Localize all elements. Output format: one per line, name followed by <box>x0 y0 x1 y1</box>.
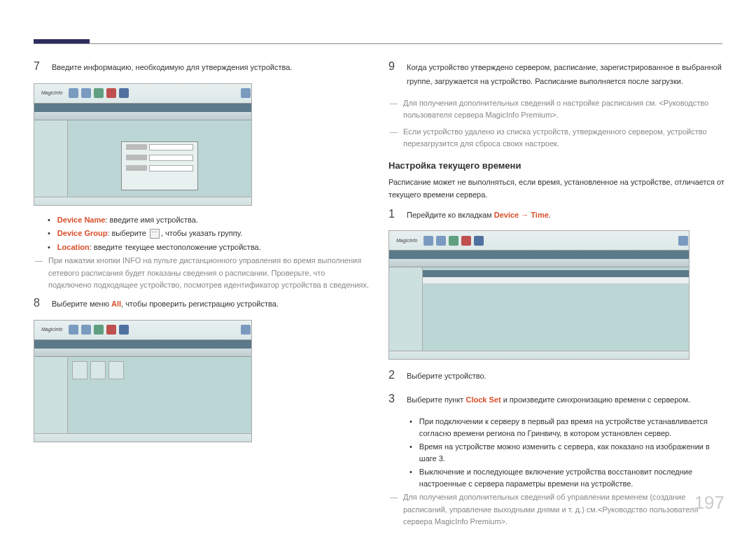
note-text: Для получения дополнительных сведений об… <box>403 491 728 528</box>
app-logo: MagicInfo <box>37 90 66 97</box>
app-tabs <box>34 104 251 112</box>
toolbar-icon <box>424 236 433 246</box>
device-item <box>90 361 106 379</box>
app-tabs <box>34 340 251 349</box>
toolbar-icon <box>241 325 251 335</box>
list-row <box>423 277 689 284</box>
toolbar-icon <box>81 325 91 335</box>
note-schedule-ref: Для получения дополнительных сведений о … <box>388 97 728 122</box>
step-text-post: . <box>549 211 551 219</box>
toolbar-icon <box>106 88 116 98</box>
bullet-text-pre: : выберите <box>107 229 148 237</box>
note-time-mgmt: Для получения дополнительных сведений об… <box>388 491 728 528</box>
step-number: 3 <box>388 392 398 407</box>
toolbar-icon <box>241 88 251 98</box>
toolbar-icon <box>81 88 91 98</box>
screenshot-approval: MagicInfo <box>34 83 252 206</box>
step-text-pre: Перейдите ко вкладкам <box>407 211 494 219</box>
time-list <box>423 267 689 284</box>
step-text: Когда устройство утверждено сервером, ра… <box>407 59 728 89</box>
step-text: Перейдите ко вкладкам Device → Time. <box>407 207 551 223</box>
note-text: При нажатии кнопки INFO на пульте дистан… <box>48 255 370 292</box>
step-number: 2 <box>388 368 398 384</box>
step-text: Выберите устройство. <box>407 368 486 384</box>
bullet-text: При подключении к серверу в первый раз в… <box>419 416 728 439</box>
step-number: 1 <box>388 207 398 223</box>
sub-bullet-1: При подключении к серверу в первый раз в… <box>388 416 728 439</box>
app-toolbar <box>389 259 689 267</box>
highlight-time: Time <box>531 211 548 219</box>
device-items <box>68 357 251 384</box>
section-title-time: Настройка текущего времени <box>388 159 728 173</box>
step-2: 2 Выберите устройство. <box>388 368 728 384</box>
step-7: 7 Введите информацию, необходимую для ут… <box>34 59 370 75</box>
app-logo: MagicInfo <box>392 237 421 245</box>
app-footer <box>34 197 251 205</box>
header-rule <box>34 43 722 44</box>
toolbar-icon <box>436 236 446 246</box>
step-text: Выберите пункт Clock Set и произведите с… <box>407 392 690 407</box>
app-footer <box>34 433 251 442</box>
toolbar-icon <box>461 236 471 246</box>
step-9: 9 Когда устройство утверждено сервером, … <box>388 59 728 89</box>
toolbar-icon <box>119 88 129 98</box>
device-item <box>72 361 88 379</box>
app-main <box>68 357 251 433</box>
bullet-text: Выключение и последующее включение устро… <box>419 466 728 489</box>
note-text: Если устройство удалено из списка устрой… <box>403 126 728 150</box>
bullet-text: : введите имя устройства. <box>105 216 198 224</box>
highlight-device: Device <box>494 211 519 219</box>
note-text: Для получения дополнительных сведений о … <box>403 97 728 122</box>
step-text: Выберите меню All, чтобы проверить регис… <box>52 296 279 311</box>
toolbar-icon <box>106 325 116 335</box>
step-3: 3 Выберите пункт Clock Set и произведите… <box>388 392 728 407</box>
bullet-device-group: Device Group: выберите , чтобы указать г… <box>34 227 370 239</box>
bullet-label: Device Name <box>57 216 106 224</box>
right-column: 9 Когда устройство утверждено сервером, … <box>388 59 728 533</box>
highlight-all: All <box>111 300 121 308</box>
toolbar-icon <box>449 236 458 246</box>
step-text-pre: Выберите пункт <box>407 395 465 404</box>
step-8: 8 Выберите меню All, чтобы проверить рег… <box>34 296 370 311</box>
toolbar-icon <box>69 88 78 98</box>
step-text-pre: Выберите меню <box>52 300 111 308</box>
toolbar-icon <box>94 88 104 98</box>
toolbar-icon <box>474 236 484 246</box>
step-1: 1 Перейдите ко вкладкам Device → Time. <box>388 207 728 223</box>
toolbar-icon <box>678 236 688 246</box>
step-number: 9 <box>388 59 398 89</box>
app-tabs <box>389 251 689 259</box>
bullet-device-name: Device Name: введите имя устройства. <box>34 214 370 226</box>
ellipsis-button-icon <box>150 229 160 239</box>
step-text-post: и произведите синхронизацию времени с се… <box>501 395 691 404</box>
toolbar-icon <box>94 325 104 335</box>
step-text: Введите информацию, необходимую для утве… <box>52 59 292 75</box>
bullet-text: : введите текущее местоположение устройс… <box>90 243 261 251</box>
app-sidebar <box>34 120 68 197</box>
bullet-label: Location <box>57 243 90 251</box>
app-footer <box>389 351 689 359</box>
approval-dialog <box>121 141 198 190</box>
bullet-location: Location: введите текущее местоположение… <box>34 241 370 253</box>
bullet-text: Время на устройстве можно изменить с сер… <box>419 441 728 464</box>
left-column: 7 Введите информацию, необходимую для ут… <box>34 59 370 451</box>
app-main <box>68 120 251 197</box>
app-logo: MagicInfo <box>37 326 66 334</box>
step-text-post: , чтобы проверить регистрацию устройства… <box>121 300 279 308</box>
step-number: 8 <box>34 296 43 311</box>
sub-bullet-3: Выключение и последующее включение устро… <box>388 466 728 489</box>
bullet-label: Device Group <box>57 229 108 237</box>
page-number: 197 <box>694 489 724 517</box>
highlight-clock-set: Clock Set <box>465 395 500 404</box>
app-toolbar <box>34 112 251 120</box>
app-sidebar <box>34 357 68 433</box>
screenshot-time-settings: MagicInfo <box>388 230 690 360</box>
step-number: 7 <box>34 59 43 75</box>
app-toolbar <box>34 349 251 357</box>
screenshot-device-list: MagicInfo <box>34 320 252 442</box>
sub-bullet-2: Время на устройстве можно изменить с сер… <box>388 441 728 464</box>
note-device-removed: Если устройство удалено из списка устрой… <box>388 126 728 150</box>
toolbar-icon <box>119 325 129 335</box>
note-info: При нажатии кнопки INFO на пульте дистан… <box>34 255 370 292</box>
app-sidebar <box>389 267 423 351</box>
